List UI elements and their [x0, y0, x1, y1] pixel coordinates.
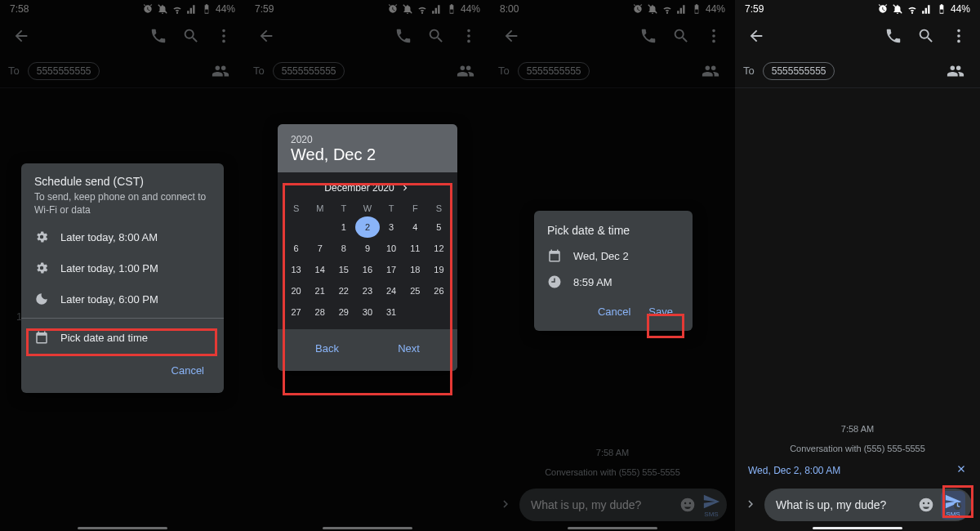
- calendar-day[interactable]: 3: [380, 216, 403, 238]
- conversation-meta: Conversation with (555) 555-5555: [490, 462, 735, 482]
- calendar-day[interactable]: 11: [403, 238, 427, 259]
- calendar-day[interactable]: 10: [380, 238, 403, 259]
- emoji-icon[interactable]: [679, 497, 696, 513]
- call-button[interactable]: [877, 20, 910, 52]
- search-button[interactable]: [175, 20, 207, 52]
- message-input[interactable]: What is up, my dude? SMS: [764, 489, 972, 521]
- calendar-day[interactable]: 22: [332, 280, 355, 301]
- expand-icon[interactable]: [498, 497, 513, 514]
- date-row[interactable]: Wed, Dec 2: [547, 248, 679, 263]
- battery-pct: 44%: [706, 3, 725, 15]
- pick-datetime-card: Pick date & time Wed, Dec 2 8:59 AM Canc…: [534, 211, 693, 331]
- cancel-button[interactable]: Cancel: [165, 359, 211, 382]
- calendar-day[interactable]: 18: [403, 259, 427, 280]
- gear-icon: [34, 230, 49, 244]
- alarm-icon: [387, 3, 399, 15]
- calendar-day[interactable]: 16: [355, 259, 379, 280]
- alarm-icon: [142, 3, 154, 15]
- calendar-day[interactable]: 25: [403, 280, 427, 301]
- add-recipient-button[interactable]: [694, 55, 727, 87]
- call-button[interactable]: [142, 20, 175, 52]
- back-button[interactable]: [495, 20, 528, 52]
- calendar-day[interactable]: 15: [332, 259, 355, 280]
- emoji-icon[interactable]: [918, 497, 934, 513]
- send-button[interactable]: SMS: [702, 493, 720, 518]
- message-input[interactable]: What is up, my dude? SMS: [519, 489, 727, 521]
- calendar-day[interactable]: 4: [403, 216, 427, 238]
- calendar-day[interactable]: 9: [355, 238, 379, 259]
- calendar-day[interactable]: 8: [332, 238, 355, 259]
- back-button[interactable]: [5, 20, 38, 52]
- overflow-button[interactable]: [207, 20, 240, 52]
- overflow-button[interactable]: [697, 20, 730, 52]
- calendar-day[interactable]: 31: [380, 301, 403, 323]
- send-icon: [702, 493, 720, 511]
- option-later-1pm[interactable]: Later today, 1:00 PM: [21, 252, 224, 283]
- add-recipient-button[interactable]: [939, 55, 972, 87]
- calendar-day[interactable]: 23: [355, 280, 379, 301]
- calendar-day[interactable]: 29: [332, 301, 355, 323]
- pane-2: 7:59 44% To 5555555555 2020 Wed, Dec 2 D…: [245, 0, 490, 531]
- save-button[interactable]: Save: [642, 301, 679, 323]
- dnd-icon: [157, 3, 168, 15]
- overflow-button[interactable]: [942, 20, 975, 52]
- recipient-chip[interactable]: 5555555555: [28, 62, 100, 80]
- time-row[interactable]: 8:59 AM: [547, 274, 679, 289]
- gesture-bar: [78, 527, 167, 529]
- calendar-day[interactable]: 26: [427, 280, 451, 301]
- add-recipient-button[interactable]: [204, 55, 237, 87]
- search-button[interactable]: [910, 20, 942, 52]
- calendar-day[interactable]: 2: [355, 216, 379, 238]
- expand-icon[interactable]: [743, 497, 758, 514]
- recipient-chip[interactable]: 5555555555: [763, 62, 835, 80]
- calendar-day[interactable]: 20: [284, 280, 308, 301]
- overflow-button[interactable]: [452, 20, 485, 52]
- call-button[interactable]: [632, 20, 665, 52]
- calendar-day[interactable]: 12: [427, 238, 451, 259]
- calendar-day[interactable]: 28: [308, 301, 332, 323]
- dnd-icon: [402, 3, 413, 15]
- calendar-day[interactable]: 24: [380, 280, 403, 301]
- pane-3: 8:00 44% To 5555555555 Pick date & time …: [490, 0, 735, 531]
- calendar-day[interactable]: 6: [284, 238, 308, 259]
- calendar-day: [427, 301, 451, 323]
- calendar-day[interactable]: 30: [355, 301, 379, 323]
- calendar-day[interactable]: 7: [308, 238, 332, 259]
- picker-year[interactable]: 2020: [291, 134, 444, 145]
- signal-icon: [921, 3, 933, 15]
- add-recipient-button[interactable]: [449, 55, 482, 87]
- draft-text: What is up, my dude?: [776, 498, 911, 511]
- calendar-day[interactable]: 14: [308, 259, 332, 280]
- recipient-chip[interactable]: 5555555555: [518, 62, 590, 80]
- calendar-icon: [34, 330, 49, 345]
- calendar-day[interactable]: 17: [380, 259, 403, 280]
- chevron-right-icon[interactable]: [399, 182, 411, 194]
- recipient-row: To 5555555555: [490, 54, 735, 88]
- recipient-chip[interactable]: 5555555555: [273, 62, 345, 80]
- calendar-day[interactable]: 13: [284, 259, 308, 280]
- cancel-button[interactable]: Cancel: [591, 301, 637, 323]
- gesture-bar: [568, 527, 657, 529]
- calendar-day[interactable]: 27: [284, 301, 308, 323]
- recipient-row: To 5555555555: [735, 54, 980, 88]
- back-button[interactable]: [250, 20, 283, 52]
- call-button[interactable]: [387, 20, 420, 52]
- option-later-6pm[interactable]: Later today, 6:00 PM: [21, 283, 224, 315]
- calendar-day[interactable]: 5: [427, 216, 451, 238]
- back-button[interactable]: Back: [309, 337, 345, 359]
- clock-icon: [547, 274, 562, 289]
- search-button[interactable]: [420, 20, 452, 52]
- next-button[interactable]: Next: [391, 337, 426, 359]
- calendar-day[interactable]: 21: [308, 280, 332, 301]
- back-button[interactable]: [740, 20, 773, 52]
- clear-schedule-button[interactable]: [956, 463, 967, 477]
- option-pick-date-time[interactable]: Pick date and time: [21, 322, 224, 353]
- option-later-8am[interactable]: Later today, 8:00 AM: [21, 221, 224, 252]
- conversation-meta: Conversation with (555) 555-5555: [735, 439, 980, 458]
- battery-icon: [691, 3, 702, 15]
- calendar-day[interactable]: 19: [427, 259, 451, 280]
- search-button[interactable]: [665, 20, 697, 52]
- send-scheduled-button[interactable]: SMS: [941, 491, 965, 520]
- calendar-day[interactable]: 1: [332, 216, 355, 238]
- schedule-send-sheet: Schedule send (CST) To send, keep phone …: [21, 163, 224, 393]
